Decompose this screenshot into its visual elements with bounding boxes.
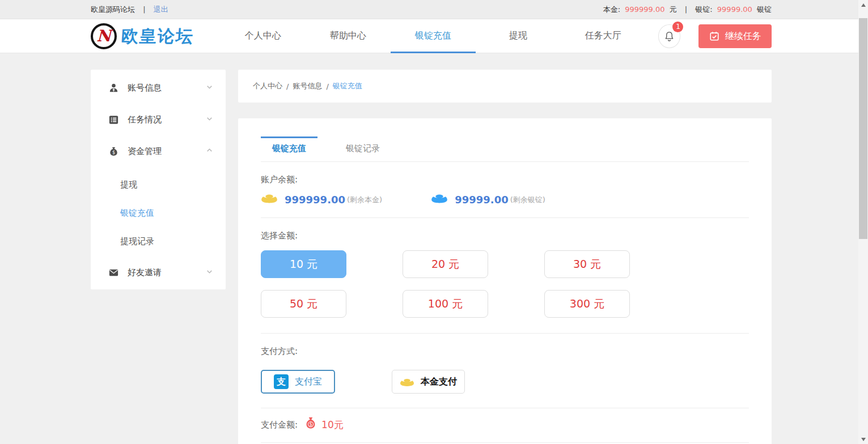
site-name: 欧皇源码论坛 bbox=[91, 5, 135, 14]
scroll-up-arrow[interactable] bbox=[858, 0, 868, 10]
list-icon bbox=[108, 114, 119, 125]
nav-item-personal-center[interactable]: 个人中心 bbox=[221, 19, 306, 53]
alipay-icon: 支 bbox=[274, 374, 289, 389]
pay-amount-value: 10元 bbox=[321, 419, 344, 432]
topbar: 欧皇源码论坛 | 退出 本金: 999999.00 元 | 银锭: 99999.… bbox=[0, 0, 868, 19]
amount-section-label: 选择金额: bbox=[261, 230, 749, 241]
nav-item-withdraw[interactable]: 提现 bbox=[476, 19, 561, 53]
nav-item-task-hall[interactable]: 任务大厅 bbox=[561, 19, 646, 53]
breadcrumb: 个人中心 / 账号信息 / 银锭充值 bbox=[238, 70, 772, 103]
nav-menu: 个人中心 帮助中心 银锭充值 提现 任务大厅 bbox=[221, 19, 646, 53]
gold-ingot-icon bbox=[400, 376, 414, 387]
envelope-icon bbox=[108, 267, 119, 278]
breadcrumb-item-personal-center[interactable]: 个人中心 bbox=[253, 81, 282, 91]
money-bag-icon: $ bbox=[108, 146, 119, 157]
topbar-separator: | bbox=[685, 5, 687, 14]
notification-badge: 1 bbox=[672, 22, 683, 32]
ingot-value: 99999.00 bbox=[717, 5, 752, 14]
gold-ingot-icon bbox=[261, 193, 278, 207]
principal-pay-label: 本金支付 bbox=[421, 376, 457, 388]
sidebar-item-label: 账号信息 bbox=[128, 83, 162, 93]
bell-icon bbox=[664, 31, 675, 42]
ingot-balance-caption: (剩余银锭) bbox=[510, 195, 545, 205]
notification-bell-button[interactable]: 1 bbox=[658, 24, 681, 48]
navbar: N 欧皇论坛 个人中心 帮助中心 银锭充值 提现 任务大厅 1 bbox=[0, 19, 868, 53]
amount-option-300[interactable]: 300 元 bbox=[544, 290, 630, 318]
recharge-panel: 银锭充值 银锭记录 账户余额: 999999.00 (剩余本金) bbox=[238, 118, 772, 444]
principal-balance: 999999.00 (剩余本金) bbox=[261, 193, 382, 207]
amount-option-100[interactable]: 100 元 bbox=[403, 290, 488, 318]
payment-method-principal[interactable]: 本金支付 bbox=[392, 370, 465, 394]
amount-option-50[interactable]: 50 元 bbox=[261, 290, 346, 318]
chevron-up-icon bbox=[206, 146, 213, 156]
nav-item-help-center[interactable]: 帮助中心 bbox=[306, 19, 391, 53]
amount-option-20[interactable]: 20 元 bbox=[403, 250, 488, 278]
pay-amount-row: 支付金额: $ 10元 bbox=[261, 417, 749, 443]
svg-text:$: $ bbox=[309, 421, 312, 427]
nav-item-ingot-recharge[interactable]: 银锭充值 bbox=[391, 19, 476, 53]
payment-method-alipay[interactable]: 支 支付宝 bbox=[261, 370, 335, 394]
tab-ingot-records[interactable]: 银锭记录 bbox=[335, 136, 391, 161]
breadcrumb-item-ingot-recharge[interactable]: 银锭充值 bbox=[333, 81, 362, 91]
chevron-down-icon bbox=[206, 83, 213, 93]
topbar-balances: 本金: 999999.00 元 | 银锭: 99999.00 银锭 bbox=[603, 5, 772, 15]
chevron-down-icon bbox=[206, 114, 213, 125]
payment-methods: 支 支付宝 本金支付 bbox=[261, 370, 749, 408]
red-money-bag-icon: $ bbox=[304, 417, 317, 433]
sidebar-item-account-info[interactable]: 账号信息 bbox=[91, 72, 226, 104]
calendar-check-icon bbox=[709, 31, 719, 41]
continue-task-label: 继续任务 bbox=[725, 31, 761, 42]
amount-option-30[interactable]: 30 元 bbox=[544, 250, 630, 278]
breadcrumb-separator: / bbox=[286, 82, 289, 91]
sidebar-item-label: 资金管理 bbox=[128, 146, 162, 157]
sidebar-item-label: 任务情况 bbox=[128, 114, 162, 125]
sidebar-subitem-ingot-recharge[interactable]: 银锭充值 bbox=[91, 199, 226, 227]
continue-task-button[interactable]: 继续任务 bbox=[698, 24, 772, 48]
sidebar-item-fund-management[interactable]: $ 资金管理 bbox=[91, 135, 226, 167]
amount-option-10[interactable]: 10 元 bbox=[261, 250, 346, 278]
sidebar-item-task-status[interactable]: 任务情况 bbox=[91, 104, 226, 135]
amount-options: 10 元 20 元 30 元 50 元 100 元 300 元 bbox=[261, 250, 749, 334]
site-logo[interactable]: N 欧皇论坛 bbox=[91, 23, 221, 49]
principal-unit: 元 bbox=[670, 5, 677, 14]
principal-label: 本金: bbox=[603, 5, 620, 14]
topbar-separator: | bbox=[143, 5, 145, 14]
principal-balance-caption: (剩余本金) bbox=[347, 195, 382, 205]
chevron-down-icon bbox=[206, 267, 213, 278]
sidebar-item-friend-invite[interactable]: 好友邀请 bbox=[91, 257, 226, 288]
payment-section-label: 支付方式: bbox=[261, 346, 749, 357]
logo-text: 欧皇论坛 bbox=[121, 25, 195, 48]
scroll-down-arrow[interactable] bbox=[858, 434, 868, 444]
sidebar: 账号信息 任务情况 $ 资金管理 bbox=[91, 70, 226, 289]
silver-ingot-icon bbox=[431, 193, 448, 207]
topbar-left: 欧皇源码论坛 | 退出 bbox=[91, 5, 168, 15]
breadcrumb-item-account-info[interactable]: 账号信息 bbox=[293, 81, 322, 91]
user-icon bbox=[108, 82, 119, 93]
ingot-balance-value: 99999.00 bbox=[455, 194, 509, 206]
svg-text:$: $ bbox=[112, 150, 115, 155]
logout-link[interactable]: 退出 bbox=[154, 5, 168, 14]
principal-balance-value: 999999.00 bbox=[285, 194, 345, 206]
ingot-balance: 99999.00 (剩余银锭) bbox=[431, 193, 545, 207]
scrollbar-thumb[interactable] bbox=[859, 18, 867, 239]
ingot-label: 银锭: bbox=[695, 5, 712, 14]
balance-row: 999999.00 (剩余本金) 99999.00 (剩余银锭) bbox=[261, 193, 749, 218]
main-column: 个人中心 / 账号信息 / 银锭充值 银锭充值 银锭记录 账户余额: bbox=[238, 70, 772, 444]
breadcrumb-separator: / bbox=[326, 82, 328, 91]
fund-management-submenu: 提现 银锭充值 提现记录 bbox=[91, 167, 226, 257]
page-scrollbar[interactable] bbox=[858, 0, 868, 444]
panel-tabs: 银锭充值 银锭记录 bbox=[261, 118, 749, 162]
balance-section-label: 账户余额: bbox=[261, 174, 749, 185]
sidebar-subitem-withdraw-records[interactable]: 提现记录 bbox=[91, 227, 226, 255]
sidebar-item-label: 好友邀请 bbox=[128, 267, 162, 278]
sidebar-subitem-withdraw[interactable]: 提现 bbox=[91, 170, 226, 199]
page: 欧皇源码论坛 | 退出 本金: 999999.00 元 | 银锭: 99999.… bbox=[0, 0, 868, 444]
tab-ingot-recharge[interactable]: 银锭充值 bbox=[261, 136, 317, 161]
pay-amount-label: 支付金额: bbox=[261, 420, 298, 430]
ingot-unit: 银锭 bbox=[757, 5, 772, 14]
principal-value: 999999.00 bbox=[625, 5, 664, 14]
logo-icon: N bbox=[91, 23, 117, 49]
alipay-label: 支付宝 bbox=[295, 376, 322, 388]
